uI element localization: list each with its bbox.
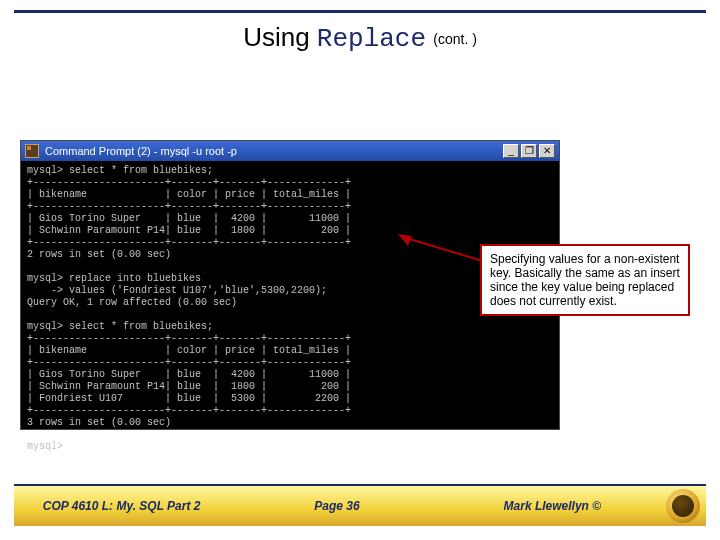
term-line: | Gios Torino Super | blue | 4200 | 1100… [27,369,351,380]
maximize-button[interactable]: ❐ [521,144,537,158]
term-line: 2 rows in set (0.00 sec) [27,249,171,260]
term-line: mysql> select * from bluebikes; [27,321,213,332]
footer-left: COP 4610 L: My. SQL Part 2 [14,499,229,513]
title-prefix: Using [243,22,317,52]
callout-box: Specifying values for a non-existent key… [480,244,690,316]
term-line: | Gios Torino Super | blue | 4200 | 1100… [27,213,351,224]
term-line: | Schwinn Paramount P14| blue | 1800 | 2… [27,225,351,236]
term-line: mysql> [27,441,63,452]
title-suffix: (cont. ) [433,31,477,47]
close-button[interactable]: ✕ [539,144,555,158]
callout-text: Specifying values for a non-existent key… [490,252,680,308]
footer-center: Page 36 [229,499,444,513]
term-line: +----------------------+-------+-------+… [27,357,351,368]
terminal-title-text: Command Prompt (2) - mysql -u root -p [45,145,237,157]
term-line: +----------------------+-------+-------+… [27,237,351,248]
term-line: +----------------------+-------+-------+… [27,333,351,344]
slide-title: Using Replace (cont. ) [0,22,720,54]
term-line: +----------------------+-------+-------+… [27,201,351,212]
title-command: Replace [317,24,426,54]
term-line: 3 rows in set (0.00 sec) [27,417,171,428]
footer-bar: COP 4610 L: My. SQL Part 2 Page 36 Mark … [14,484,706,526]
term-line: -> values ('Fondriest U107','blue',5300,… [27,285,327,296]
term-line: mysql> replace into bluebikes [27,273,201,284]
term-line: | Schwinn Paramount P14| blue | 1800 | 2… [27,381,351,392]
term-line: +----------------------+-------+-------+… [27,177,351,188]
term-line: Query OK, 1 row affected (0.00 sec) [27,297,237,308]
term-line: | Fondriest U107 | blue | 5300 | 2200 | [27,393,351,404]
cmd-icon [25,144,39,158]
ucf-logo-icon [660,485,706,527]
top-rule [14,10,706,13]
terminal-body: mysql> select * from bluebikes; +-------… [21,161,559,457]
term-line: | bikename | color | price | total_miles… [27,189,351,200]
terminal-window: Command Prompt (2) - mysql -u root -p _ … [20,140,560,430]
term-line: +----------------------+-------+-------+… [27,405,351,416]
term-line: | bikename | color | price | total_miles… [27,345,351,356]
term-line: mysql> select * from bluebikes; [27,165,213,176]
terminal-titlebar: Command Prompt (2) - mysql -u root -p _ … [21,141,559,161]
footer-right: Mark Llewellyn © [445,499,660,513]
minimize-button[interactable]: _ [503,144,519,158]
